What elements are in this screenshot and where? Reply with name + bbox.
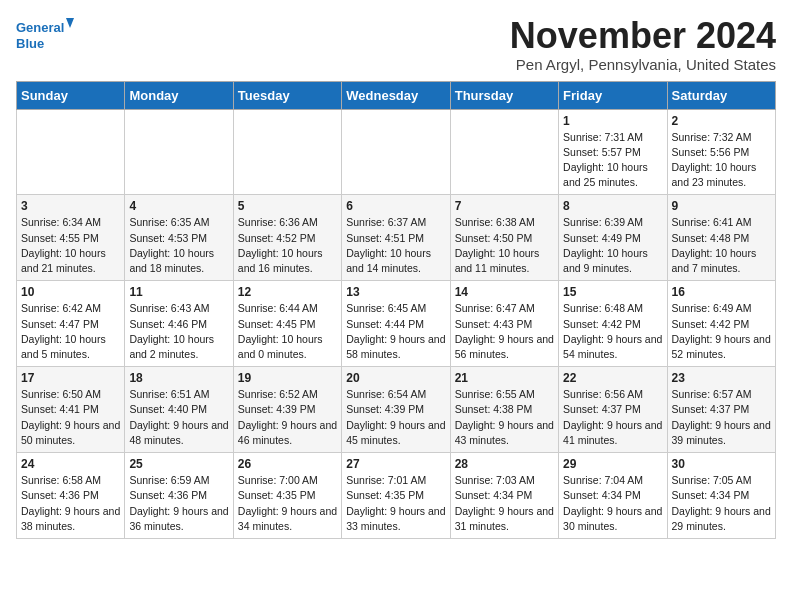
calendar-cell-w5-d6: 29Sunrise: 7:04 AM Sunset: 4:34 PM Dayli… — [559, 453, 667, 539]
calendar-cell-w4-d1: 17Sunrise: 6:50 AM Sunset: 4:41 PM Dayli… — [17, 367, 125, 453]
calendar-cell-w5-d4: 27Sunrise: 7:01 AM Sunset: 4:35 PM Dayli… — [342, 453, 450, 539]
day-info: Sunrise: 6:47 AM Sunset: 4:43 PM Dayligh… — [455, 301, 554, 362]
day-number: 28 — [455, 457, 554, 471]
day-number: 9 — [672, 199, 771, 213]
day-number: 15 — [563, 285, 662, 299]
title-block: November 2024 Pen Argyl, Pennsylvania, U… — [510, 16, 776, 73]
calendar-cell-w1-d5 — [450, 109, 558, 195]
day-number: 19 — [238, 371, 337, 385]
header-tuesday: Tuesday — [233, 81, 341, 109]
day-info: Sunrise: 6:34 AM Sunset: 4:55 PM Dayligh… — [21, 215, 120, 276]
day-info: Sunrise: 6:48 AM Sunset: 4:42 PM Dayligh… — [563, 301, 662, 362]
day-number: 3 — [21, 199, 120, 213]
calendar-cell-w5-d5: 28Sunrise: 7:03 AM Sunset: 4:34 PM Dayli… — [450, 453, 558, 539]
calendar-cell-w2-d6: 8Sunrise: 6:39 AM Sunset: 4:49 PM Daylig… — [559, 195, 667, 281]
day-info: Sunrise: 6:43 AM Sunset: 4:46 PM Dayligh… — [129, 301, 228, 362]
day-number: 10 — [21, 285, 120, 299]
header-friday: Friday — [559, 81, 667, 109]
day-number: 2 — [672, 114, 771, 128]
week-row-2: 3Sunrise: 6:34 AM Sunset: 4:55 PM Daylig… — [17, 195, 776, 281]
calendar-cell-w1-d1 — [17, 109, 125, 195]
day-info: Sunrise: 6:59 AM Sunset: 4:36 PM Dayligh… — [129, 473, 228, 534]
week-row-1: 1Sunrise: 7:31 AM Sunset: 5:57 PM Daylig… — [17, 109, 776, 195]
calendar-cell-w2-d4: 6Sunrise: 6:37 AM Sunset: 4:51 PM Daylig… — [342, 195, 450, 281]
day-info: Sunrise: 6:39 AM Sunset: 4:49 PM Dayligh… — [563, 215, 662, 276]
header-wednesday: Wednesday — [342, 81, 450, 109]
day-info: Sunrise: 7:01 AM Sunset: 4:35 PM Dayligh… — [346, 473, 445, 534]
day-number: 18 — [129, 371, 228, 385]
day-info: Sunrise: 6:36 AM Sunset: 4:52 PM Dayligh… — [238, 215, 337, 276]
calendar-cell-w3-d1: 10Sunrise: 6:42 AM Sunset: 4:47 PM Dayli… — [17, 281, 125, 367]
day-number: 25 — [129, 457, 228, 471]
calendar-cell-w4-d2: 18Sunrise: 6:51 AM Sunset: 4:40 PM Dayli… — [125, 367, 233, 453]
calendar-cell-w3-d3: 12Sunrise: 6:44 AM Sunset: 4:45 PM Dayli… — [233, 281, 341, 367]
week-row-3: 10Sunrise: 6:42 AM Sunset: 4:47 PM Dayli… — [17, 281, 776, 367]
day-number: 4 — [129, 199, 228, 213]
day-number: 14 — [455, 285, 554, 299]
calendar-cell-w4-d5: 21Sunrise: 6:55 AM Sunset: 4:38 PM Dayli… — [450, 367, 558, 453]
day-number: 27 — [346, 457, 445, 471]
calendar-cell-w3-d7: 16Sunrise: 6:49 AM Sunset: 4:42 PM Dayli… — [667, 281, 775, 367]
calendar-table: SundayMondayTuesdayWednesdayThursdayFrid… — [16, 81, 776, 539]
calendar-cell-w4-d3: 19Sunrise: 6:52 AM Sunset: 4:39 PM Dayli… — [233, 367, 341, 453]
svg-text:General: General — [16, 20, 64, 35]
calendar-cell-w3-d4: 13Sunrise: 6:45 AM Sunset: 4:44 PM Dayli… — [342, 281, 450, 367]
calendar-cell-w2-d7: 9Sunrise: 6:41 AM Sunset: 4:48 PM Daylig… — [667, 195, 775, 281]
day-number: 26 — [238, 457, 337, 471]
day-number: 8 — [563, 199, 662, 213]
day-info: Sunrise: 7:05 AM Sunset: 4:34 PM Dayligh… — [672, 473, 771, 534]
month-title: November 2024 — [510, 16, 776, 56]
calendar-cell-w2-d1: 3Sunrise: 6:34 AM Sunset: 4:55 PM Daylig… — [17, 195, 125, 281]
calendar-cell-w4-d6: 22Sunrise: 6:56 AM Sunset: 4:37 PM Dayli… — [559, 367, 667, 453]
day-number: 6 — [346, 199, 445, 213]
day-info: Sunrise: 6:58 AM Sunset: 4:36 PM Dayligh… — [21, 473, 120, 534]
calendar-cell-w2-d5: 7Sunrise: 6:38 AM Sunset: 4:50 PM Daylig… — [450, 195, 558, 281]
calendar-cell-w1-d3 — [233, 109, 341, 195]
week-row-4: 17Sunrise: 6:50 AM Sunset: 4:41 PM Dayli… — [17, 367, 776, 453]
calendar-cell-w3-d2: 11Sunrise: 6:43 AM Sunset: 4:46 PM Dayli… — [125, 281, 233, 367]
calendar-cell-w5-d3: 26Sunrise: 7:00 AM Sunset: 4:35 PM Dayli… — [233, 453, 341, 539]
header-sunday: Sunday — [17, 81, 125, 109]
svg-marker-2 — [66, 18, 74, 28]
calendar-cell-w1-d7: 2Sunrise: 7:32 AM Sunset: 5:56 PM Daylig… — [667, 109, 775, 195]
day-info: Sunrise: 7:00 AM Sunset: 4:35 PM Dayligh… — [238, 473, 337, 534]
day-number: 11 — [129, 285, 228, 299]
day-number: 1 — [563, 114, 662, 128]
day-number: 24 — [21, 457, 120, 471]
svg-text:Blue: Blue — [16, 36, 44, 51]
day-info: Sunrise: 6:56 AM Sunset: 4:37 PM Dayligh… — [563, 387, 662, 448]
day-info: Sunrise: 6:45 AM Sunset: 4:44 PM Dayligh… — [346, 301, 445, 362]
day-number: 21 — [455, 371, 554, 385]
day-info: Sunrise: 6:50 AM Sunset: 4:41 PM Dayligh… — [21, 387, 120, 448]
calendar-cell-w3-d6: 15Sunrise: 6:48 AM Sunset: 4:42 PM Dayli… — [559, 281, 667, 367]
header-monday: Monday — [125, 81, 233, 109]
day-info: Sunrise: 7:31 AM Sunset: 5:57 PM Dayligh… — [563, 130, 662, 191]
logo-icon: General Blue — [16, 16, 76, 60]
header-saturday: Saturday — [667, 81, 775, 109]
calendar-cell-w2-d2: 4Sunrise: 6:35 AM Sunset: 4:53 PM Daylig… — [125, 195, 233, 281]
day-info: Sunrise: 6:44 AM Sunset: 4:45 PM Dayligh… — [238, 301, 337, 362]
calendar-cell-w2-d3: 5Sunrise: 6:36 AM Sunset: 4:52 PM Daylig… — [233, 195, 341, 281]
day-info: Sunrise: 7:32 AM Sunset: 5:56 PM Dayligh… — [672, 130, 771, 191]
week-row-5: 24Sunrise: 6:58 AM Sunset: 4:36 PM Dayli… — [17, 453, 776, 539]
day-info: Sunrise: 6:57 AM Sunset: 4:37 PM Dayligh… — [672, 387, 771, 448]
day-info: Sunrise: 6:42 AM Sunset: 4:47 PM Dayligh… — [21, 301, 120, 362]
calendar-cell-w1-d6: 1Sunrise: 7:31 AM Sunset: 5:57 PM Daylig… — [559, 109, 667, 195]
logo: General Blue — [16, 16, 76, 60]
day-number: 5 — [238, 199, 337, 213]
day-info: Sunrise: 6:51 AM Sunset: 4:40 PM Dayligh… — [129, 387, 228, 448]
day-info: Sunrise: 6:35 AM Sunset: 4:53 PM Dayligh… — [129, 215, 228, 276]
day-info: Sunrise: 7:04 AM Sunset: 4:34 PM Dayligh… — [563, 473, 662, 534]
calendar-cell-w4-d7: 23Sunrise: 6:57 AM Sunset: 4:37 PM Dayli… — [667, 367, 775, 453]
day-info: Sunrise: 7:03 AM Sunset: 4:34 PM Dayligh… — [455, 473, 554, 534]
day-number: 23 — [672, 371, 771, 385]
calendar-cell-w1-d2 — [125, 109, 233, 195]
day-number: 12 — [238, 285, 337, 299]
day-info: Sunrise: 6:38 AM Sunset: 4:50 PM Dayligh… — [455, 215, 554, 276]
calendar-cell-w3-d5: 14Sunrise: 6:47 AM Sunset: 4:43 PM Dayli… — [450, 281, 558, 367]
subtitle: Pen Argyl, Pennsylvania, United States — [510, 56, 776, 73]
day-number: 13 — [346, 285, 445, 299]
day-info: Sunrise: 6:49 AM Sunset: 4:42 PM Dayligh… — [672, 301, 771, 362]
day-info: Sunrise: 6:41 AM Sunset: 4:48 PM Dayligh… — [672, 215, 771, 276]
day-info: Sunrise: 6:55 AM Sunset: 4:38 PM Dayligh… — [455, 387, 554, 448]
